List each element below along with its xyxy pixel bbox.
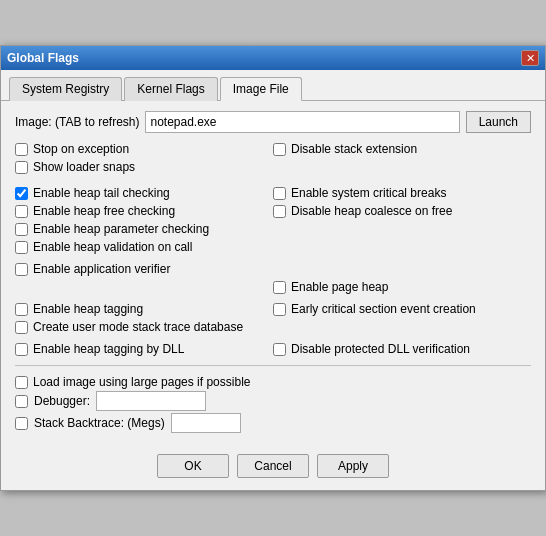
tab-system-registry[interactable]: System Registry bbox=[9, 77, 122, 101]
top-options: Stop on exception Show loader snaps Disa… bbox=[15, 141, 531, 175]
enable-app-verifier-checkbox[interactable] bbox=[15, 263, 28, 276]
heap-tagging-dll-row: Enable heap tagging by DLL bbox=[15, 341, 273, 357]
verifier-options: Enable application verifier Enable page … bbox=[15, 261, 531, 295]
load-large-pages-row: Load image using large pages if possible bbox=[15, 374, 531, 390]
tab-image-file[interactable]: Image File bbox=[220, 77, 302, 101]
create-user-mode-stack-label: Create user mode stack trace database bbox=[33, 320, 243, 334]
image-row: Image: (TAB to refresh) Launch bbox=[15, 111, 531, 133]
tab-kernel-flags[interactable]: Kernel Flags bbox=[124, 77, 217, 101]
enable-heap-tagging-dll-checkbox[interactable] bbox=[15, 343, 28, 356]
enable-heap-validation-on-call-checkbox[interactable] bbox=[15, 241, 28, 254]
enable-system-critical-breaks-label: Enable system critical breaks bbox=[291, 186, 446, 200]
heap-validation-on-call-row: Enable heap validation on call bbox=[15, 239, 273, 255]
enable-heap-parameter-checking-checkbox[interactable] bbox=[15, 223, 28, 236]
apply-button[interactable]: Apply bbox=[317, 454, 389, 478]
stack-trace-options: Enable heap tagging Create user mode sta… bbox=[15, 301, 531, 335]
heap-tail-checking-row: Enable heap tail checking bbox=[15, 185, 273, 201]
enable-heap-parameter-checking-label: Enable heap parameter checking bbox=[33, 222, 209, 236]
stop-on-exception-checkbox[interactable] bbox=[15, 143, 28, 156]
col-left-top: Stop on exception Show loader snaps bbox=[15, 141, 273, 175]
enable-heap-tagging-dll-label: Enable heap tagging by DLL bbox=[33, 342, 184, 356]
heap-parameter-checking-row: Enable heap parameter checking bbox=[15, 221, 273, 237]
enable-heap-tail-checking-checkbox[interactable] bbox=[15, 187, 28, 200]
global-flags-window: Global Flags ✕ System Registry Kernel Fl… bbox=[0, 45, 546, 491]
footer: OK Cancel Apply bbox=[1, 444, 545, 490]
debugger-checkbox[interactable] bbox=[15, 395, 28, 408]
col-right-stack: Early critical section event creation bbox=[273, 301, 531, 335]
col-left-stack: Enable heap tagging Create user mode sta… bbox=[15, 301, 273, 335]
stop-on-exception-label: Stop on exception bbox=[33, 142, 129, 156]
disable-stack-extension-checkbox[interactable] bbox=[273, 143, 286, 156]
bottom-section: Load image using large pages if possible… bbox=[15, 374, 531, 434]
system-critical-breaks-row: Enable system critical breaks bbox=[273, 185, 531, 201]
enable-heap-free-checking-label: Enable heap free checking bbox=[33, 204, 175, 218]
debugger-input[interactable] bbox=[96, 391, 206, 411]
title-bar: Global Flags ✕ bbox=[1, 46, 545, 70]
window-title: Global Flags bbox=[7, 51, 79, 65]
enable-page-heap-checkbox[interactable] bbox=[273, 281, 286, 294]
show-loader-snaps-row: Show loader snaps bbox=[15, 159, 273, 175]
content-area: Image: (TAB to refresh) Launch Stop on e… bbox=[1, 101, 545, 444]
col-right-verifier: Enable page heap bbox=[273, 261, 531, 295]
enable-heap-tagging-label: Enable heap tagging bbox=[33, 302, 143, 316]
user-mode-stack-row: Create user mode stack trace database bbox=[15, 319, 273, 335]
col-left-heap: Enable heap tail checking Enable heap fr… bbox=[15, 185, 273, 255]
show-loader-snaps-label: Show loader snaps bbox=[33, 160, 135, 174]
load-large-pages-label: Load image using large pages if possible bbox=[33, 375, 250, 389]
cancel-button[interactable]: Cancel bbox=[237, 454, 309, 478]
stop-on-exception-row: Stop on exception bbox=[15, 141, 273, 157]
stack-backtrace-input[interactable] bbox=[171, 413, 241, 433]
ok-button[interactable]: OK bbox=[157, 454, 229, 478]
disable-heap-coalesce-row: Disable heap coalesce on free bbox=[273, 203, 531, 219]
early-critical-section-label: Early critical section event creation bbox=[291, 302, 476, 316]
disable-protected-dll-row: Disable protected DLL verification bbox=[273, 341, 531, 357]
disable-protected-dll-checkbox[interactable] bbox=[273, 343, 286, 356]
app-verifier-row: Enable application verifier bbox=[15, 261, 273, 277]
enable-heap-free-checking-checkbox[interactable] bbox=[15, 205, 28, 218]
launch-button[interactable]: Launch bbox=[466, 111, 531, 133]
early-critical-section-row: Early critical section event creation bbox=[273, 301, 531, 317]
disable-protected-dll-label: Disable protected DLL verification bbox=[291, 342, 470, 356]
stack-backtrace-label: Stack Backtrace: (Megs) bbox=[34, 416, 165, 430]
show-loader-snaps-checkbox[interactable] bbox=[15, 161, 28, 174]
enable-heap-tagging-checkbox[interactable] bbox=[15, 303, 28, 316]
enable-system-critical-breaks-checkbox[interactable] bbox=[273, 187, 286, 200]
load-large-pages-checkbox[interactable] bbox=[15, 376, 28, 389]
disable-heap-coalesce-label: Disable heap coalesce on free bbox=[291, 204, 452, 218]
enable-heap-tail-checking-label: Enable heap tail checking bbox=[33, 186, 170, 200]
create-user-mode-stack-checkbox[interactable] bbox=[15, 321, 28, 334]
divider bbox=[15, 365, 531, 366]
disable-stack-extension-label: Disable stack extension bbox=[291, 142, 417, 156]
col-right-top: Disable stack extension bbox=[273, 141, 531, 175]
col-right-heap: Enable system critical breaks Disable he… bbox=[273, 185, 531, 255]
enable-app-verifier-label: Enable application verifier bbox=[33, 262, 170, 276]
dll-options: Enable heap tagging by DLL Disable prote… bbox=[15, 341, 531, 357]
close-button[interactable]: ✕ bbox=[521, 50, 539, 66]
disable-heap-coalesce-checkbox[interactable] bbox=[273, 205, 286, 218]
heap-tagging-row: Enable heap tagging bbox=[15, 301, 273, 317]
heap-free-checking-row: Enable heap free checking bbox=[15, 203, 273, 219]
enable-page-heap-label: Enable page heap bbox=[291, 280, 388, 294]
col-left-verifier: Enable application verifier bbox=[15, 261, 273, 295]
heap-options: Enable heap tail checking Enable heap fr… bbox=[15, 185, 531, 255]
stack-backtrace-row: Stack Backtrace: (Megs) bbox=[15, 412, 531, 434]
early-critical-section-checkbox[interactable] bbox=[273, 303, 286, 316]
debugger-row: Debugger: bbox=[15, 390, 531, 412]
enable-heap-validation-on-call-label: Enable heap validation on call bbox=[33, 240, 192, 254]
image-label: Image: (TAB to refresh) bbox=[15, 115, 139, 129]
page-heap-row: Enable page heap bbox=[273, 279, 531, 295]
disable-stack-extension-row: Disable stack extension bbox=[273, 141, 531, 157]
stack-backtrace-checkbox[interactable] bbox=[15, 417, 28, 430]
col-right-dll: Disable protected DLL verification bbox=[273, 341, 531, 357]
tab-bar: System Registry Kernel Flags Image File bbox=[1, 70, 545, 101]
image-input[interactable] bbox=[145, 111, 459, 133]
col-left-dll: Enable heap tagging by DLL bbox=[15, 341, 273, 357]
debugger-label: Debugger: bbox=[34, 394, 90, 408]
